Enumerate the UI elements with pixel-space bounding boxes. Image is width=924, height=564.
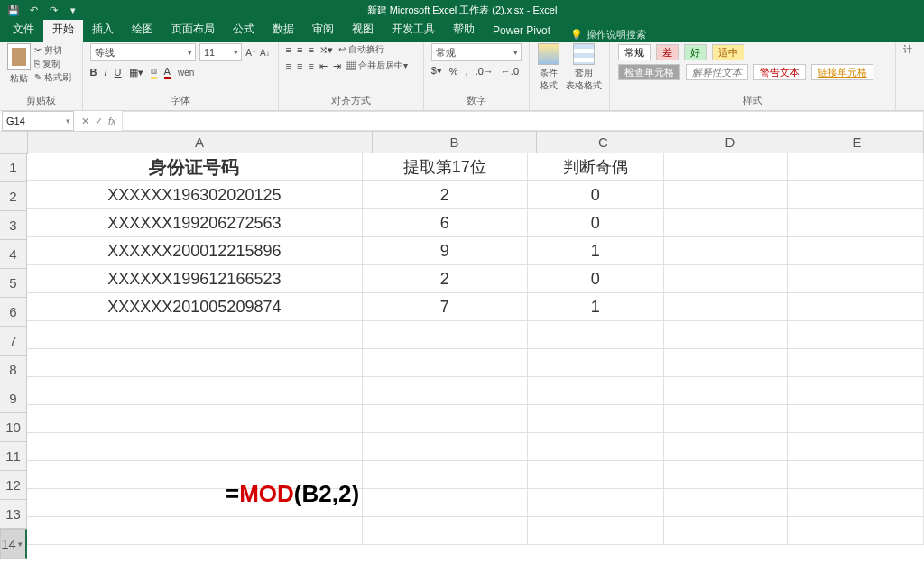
cell-C6[interactable]: 1 — [528, 293, 664, 321]
row-header-9[interactable]: 9 — [0, 384, 27, 413]
font-name-select[interactable]: 等线 — [90, 43, 196, 61]
cell-A7[interactable] — [27, 321, 363, 349]
cell-D3[interactable] — [664, 209, 788, 237]
cell-D9[interactable] — [664, 377, 788, 405]
cell-B11[interactable] — [363, 433, 528, 461]
cell-D1[interactable] — [664, 153, 788, 181]
formula-input[interactable] — [122, 111, 924, 131]
align-center-icon[interactable]: ≡ — [297, 60, 302, 71]
italic-button[interactable]: I — [105, 67, 107, 78]
cell-D2[interactable] — [664, 181, 788, 209]
cell-E9[interactable] — [788, 377, 924, 405]
cell-E14[interactable] — [788, 517, 924, 545]
font-color-icon[interactable]: A — [164, 66, 171, 79]
align-bottom-icon[interactable]: ≡ — [308, 44, 313, 55]
cell-style-2[interactable]: 好 — [684, 44, 707, 60]
number-format-select[interactable]: 常规 — [431, 43, 522, 61]
tab-formulas[interactable]: 公式 — [224, 18, 263, 42]
row-header-10[interactable]: 10 — [0, 413, 27, 442]
tab-insert[interactable]: 插入 — [83, 18, 123, 42]
cell-B3[interactable]: 6 — [363, 209, 528, 237]
tab-data[interactable]: 数据 — [263, 18, 303, 42]
tab-home[interactable]: 开始 — [43, 18, 83, 42]
undo-icon[interactable]: ↶ — [27, 4, 40, 16]
cell-C14[interactable] — [528, 517, 664, 545]
cell-style-1[interactable]: 差 — [656, 44, 679, 60]
tab-help[interactable]: 帮助 — [444, 18, 484, 42]
cell-D11[interactable] — [664, 433, 788, 461]
bold-button[interactable]: B — [90, 67, 97, 78]
cell-B12[interactable] — [363, 461, 528, 489]
cell-E1[interactable] — [788, 153, 924, 181]
select-all-corner[interactable] — [0, 132, 28, 154]
cell-B7[interactable] — [363, 321, 528, 349]
row-header-14[interactable]: 14 — [0, 529, 27, 559]
cell-C8[interactable] — [528, 349, 664, 377]
cell-E13[interactable] — [788, 489, 924, 517]
currency-icon[interactable]: $▾ — [431, 65, 442, 77]
wrap-text-button[interactable]: ↩ 自动换行 — [338, 43, 384, 56]
cell-D4[interactable] — [664, 237, 788, 265]
enter-formula-icon[interactable]: ✓ — [95, 116, 103, 127]
cell-E6[interactable] — [788, 293, 924, 321]
inc-decimal-icon[interactable]: .0→ — [476, 66, 494, 77]
tab-file[interactable]: 文件 — [4, 18, 43, 42]
tab-review[interactable]: 审阅 — [303, 18, 343, 42]
cell-E2[interactable] — [788, 181, 924, 209]
cut-button[interactable]: ✂ 剪切 — [34, 44, 71, 57]
col-header-D[interactable]: D — [670, 132, 790, 153]
cell-D10[interactable] — [664, 405, 788, 433]
align-top-icon[interactable]: ≡ — [286, 44, 291, 55]
tab-developer[interactable]: 开发工具 — [383, 18, 444, 42]
cell-C1[interactable]: 判断奇偶 — [528, 153, 664, 181]
cell-A1[interactable]: 身份证号码 — [27, 153, 363, 181]
align-right-icon[interactable]: ≡ — [308, 60, 313, 71]
cell-B13[interactable] — [363, 489, 528, 517]
paste-icon[interactable] — [7, 43, 31, 70]
comma-icon[interactable]: , — [466, 66, 468, 77]
cell-C9[interactable] — [528, 377, 664, 405]
tab-pagelayout[interactable]: 页面布局 — [162, 18, 224, 42]
indent-dec-icon[interactable]: ⇤ — [319, 60, 328, 72]
cell-B10[interactable] — [363, 405, 528, 433]
cell-A8[interactable] — [27, 349, 363, 377]
cell-E12[interactable] — [788, 461, 924, 489]
row-header-7[interactable]: 7 — [0, 327, 27, 356]
row-header-8[interactable]: 8 — [0, 356, 27, 384]
cell-D8[interactable] — [664, 349, 788, 377]
row-header-2[interactable]: 2 — [0, 182, 27, 211]
cell-B1[interactable]: 提取第17位 — [363, 153, 528, 181]
align-middle-icon[interactable]: ≡ — [297, 44, 302, 55]
cell-D13[interactable] — [664, 489, 788, 517]
name-box[interactable]: G14 — [2, 111, 74, 131]
cell-B4[interactable]: 9 — [363, 237, 528, 265]
cell-C3[interactable]: 0 — [528, 209, 664, 237]
row-header-4[interactable]: 4 — [0, 240, 27, 269]
decrease-font-icon[interactable]: A↓ — [260, 48, 271, 58]
cell-A5[interactable]: XXXXXX199612166523 — [27, 265, 363, 293]
cell-D6[interactable] — [664, 293, 788, 321]
merge-center-button[interactable]: ▦ 合并后居中▾ — [346, 60, 408, 72]
col-header-E[interactable]: E — [790, 132, 924, 153]
percent-icon[interactable]: % — [449, 66, 458, 77]
cell-D5[interactable] — [664, 265, 788, 293]
row-header-12[interactable]: 12 — [0, 471, 27, 500]
cell-A3[interactable]: XXXXXX199206272563 — [27, 209, 363, 237]
fx-icon[interactable]: fx — [108, 116, 116, 127]
cell-A11[interactable] — [27, 433, 363, 461]
cell-C11[interactable] — [528, 433, 664, 461]
tell-me[interactable]: 💡 操作说明搜索 — [570, 28, 646, 42]
cell-C12[interactable] — [528, 461, 664, 489]
cell-E7[interactable] — [788, 321, 924, 349]
cell-A10[interactable] — [27, 405, 363, 433]
increase-font-icon[interactable]: A↑ — [245, 48, 256, 58]
cell-B2[interactable]: 2 — [363, 181, 528, 209]
cell-E5[interactable] — [788, 265, 924, 293]
dec-decimal-icon[interactable]: ←.0 — [501, 66, 519, 77]
align-left-icon[interactable]: ≡ — [286, 60, 291, 71]
cell-grid[interactable]: 身份证号码提取第17位判断奇偶XXXXXX19630202012520XXXXX… — [27, 153, 924, 564]
cell-A2[interactable]: XXXXXX196302020125 — [27, 181, 363, 209]
cell-style-4[interactable]: 检查单元格 — [618, 64, 680, 80]
row-header-13[interactable]: 13 — [0, 500, 27, 529]
qat-more-icon[interactable]: ▾ — [67, 4, 79, 16]
